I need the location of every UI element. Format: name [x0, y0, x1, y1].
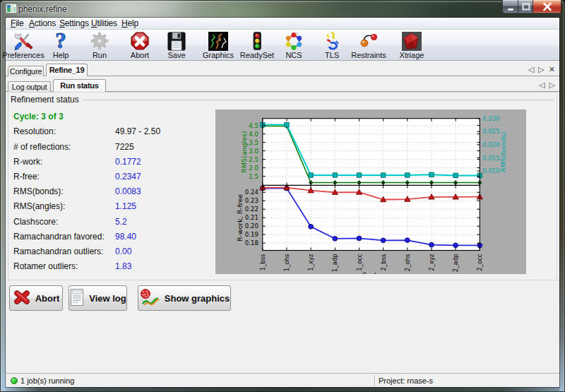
section-header: Refinement status: [11, 95, 554, 105]
tab-log-output[interactable]: Log output: [8, 81, 51, 92]
stat-label: Rotamer outliers:: [13, 261, 78, 271]
show-graphics-icon: [139, 287, 160, 309]
status-field-separator: [374, 375, 375, 386]
menu-actions[interactable]: Actions: [29, 18, 56, 29]
stat-label: R-free:: [13, 172, 40, 182]
tab-refine-19[interactable]: Refine_19: [46, 64, 88, 76]
stat-label: Ramachandran outliers:: [13, 247, 103, 256]
stat-value: 0.0083: [115, 186, 141, 196]
stat-value: 0.1772: [115, 157, 141, 167]
abort-icon: [129, 31, 150, 52]
menu-utilities[interactable]: Utilities: [91, 18, 117, 29]
close-button[interactable]: [533, 0, 561, 13]
button-label: Show graphics: [165, 293, 230, 304]
button-label: Abort: [35, 293, 60, 304]
minimize-button[interactable]: [502, 0, 518, 13]
xtriage-icon: [401, 31, 422, 52]
svg-text:0.19: 0.19: [245, 231, 258, 238]
tab-configure[interactable]: Configure: [8, 66, 44, 76]
stat-label: Resolution:: [13, 126, 56, 136]
help-icon: ?: [50, 31, 71, 52]
svg-text:4.5: 4.5: [249, 122, 258, 129]
stat-value: 0.2347: [115, 172, 141, 182]
maximize-button[interactable]: [518, 0, 533, 13]
abort-x-icon: [13, 289, 31, 308]
svg-text:4.0: 4.0: [249, 131, 258, 138]
svg-text:2_adp: 2_adp: [452, 254, 459, 273]
svg-text:0.20: 0.20: [245, 222, 258, 230]
title-bar[interactable]: phenix.refine: [0, 0, 565, 18]
svg-text:0.21: 0.21: [245, 214, 258, 221]
tab-run-status[interactable]: Run status: [53, 79, 106, 92]
svg-text:0.23: 0.23: [245, 197, 258, 204]
stat-label: RMS(angles):: [13, 201, 65, 211]
client-area: File Actions Settings Utilities Help Pre…: [6, 18, 559, 387]
svg-text:2.5: 2.5: [249, 156, 258, 163]
toolbar-button-xtriage[interactable]: Xtriage: [389, 30, 434, 61]
restraints-icon: [358, 31, 379, 52]
view-log-icon: [69, 288, 85, 309]
stat-value: 49.97 - 2.50: [115, 126, 160, 136]
main-tab-bar: ◁ ▷ ✕ ConfigureRefine_19: [6, 63, 559, 76]
menu-settings[interactable]: Settings: [59, 18, 89, 29]
window-title: phenix.refine: [18, 0, 67, 18]
svg-text:3.5: 3.5: [249, 139, 258, 146]
stat-label: # of reflections:: [13, 142, 71, 152]
readyset-icon: [246, 31, 268, 52]
show-graphics-button[interactable]: Show graphics: [138, 285, 231, 311]
toolbar-button-restraints[interactable]: Restraints: [346, 30, 391, 61]
svg-text:3.0: 3.0: [249, 148, 258, 155]
stat-value: 0.00: [115, 247, 131, 256]
svg-text:0.22: 0.22: [245, 206, 258, 213]
svg-text:RMS(bonds): RMS(bonds): [499, 132, 507, 172]
section-divider: [83, 100, 554, 100]
svg-text:2_ohs: 2_ohs: [404, 254, 411, 271]
stat-label: RMS(bonds):: [13, 186, 64, 196]
menu-bar: File Actions Settings Utilities Help: [6, 18, 559, 30]
run-status-panel: Refinement status Cycle: 3 of 3Resolutio…: [8, 92, 557, 280]
subtab-scroll-left-icon[interactable]: ◁: [539, 81, 545, 90]
stat-value: 98.40: [115, 232, 136, 242]
stat-label: R-work:: [13, 157, 42, 167]
tab-scroll-left-icon[interactable]: ◁: [528, 65, 534, 74]
svg-text:1_adp: 1_adp: [331, 254, 338, 273]
view-log-button[interactable]: View log: [69, 285, 127, 311]
tab-close-icon[interactable]: ✕: [549, 65, 555, 74]
toolbar-button-label: Restraints: [346, 52, 391, 59]
tls-icon: [321, 31, 343, 52]
tab-scroll-right-icon[interactable]: ▷: [538, 65, 544, 74]
stat-label: Cycle: 3 of 3: [13, 112, 64, 121]
abort-button[interactable]: Abort: [9, 285, 63, 311]
svg-text:Cycle: Cycle: [362, 271, 381, 275]
window-bottom-border: [6, 387, 559, 392]
svg-text:?: ?: [55, 31, 66, 52]
stat-value: 7225: [115, 142, 134, 152]
status-bar: 1 job(s) running Project: rnase-s: [6, 373, 559, 387]
menu-help[interactable]: Help: [121, 18, 138, 29]
toolbar-button-label: Xtriage: [389, 52, 434, 59]
svg-text:1_ohs: 1_ohs: [283, 254, 290, 271]
svg-text:0.025: 0.025: [482, 128, 499, 135]
toolbar-button-save[interactable]: Save: [154, 30, 199, 61]
tab-controls: ◁ ▷ ✕: [528, 65, 555, 74]
graphics-icon: [208, 31, 229, 52]
svg-text:2.0: 2.0: [249, 165, 258, 172]
svg-text:0.015: 0.015: [482, 155, 499, 162]
job-status-icon: [11, 377, 18, 384]
menu-file[interactable]: File: [11, 18, 24, 29]
svg-text:2_occ: 2_occ: [476, 254, 483, 271]
stat-value: 5.2: [115, 217, 127, 227]
svg-text:2_bss: 2_bss: [380, 254, 387, 271]
preferences-icon: [13, 31, 34, 52]
subtab-scroll-right-icon[interactable]: ▷: [549, 81, 555, 90]
stat-label: Ramachandran favored:: [13, 232, 105, 242]
svg-text:2_xyz: 2_xyz: [428, 254, 435, 271]
run-icon: [89, 31, 110, 52]
button-label: View log: [89, 293, 126, 304]
svg-text:0.18: 0.18: [245, 239, 258, 247]
save-icon: [166, 31, 187, 52]
application-window: phenix.refine File Actions Settings Util…: [0, 0, 565, 392]
tab-controls: ◁ ▷: [539, 81, 555, 90]
svg-text:1_xyz: 1_xyz: [307, 254, 314, 271]
toolbar-button-run[interactable]: Run: [77, 30, 122, 61]
